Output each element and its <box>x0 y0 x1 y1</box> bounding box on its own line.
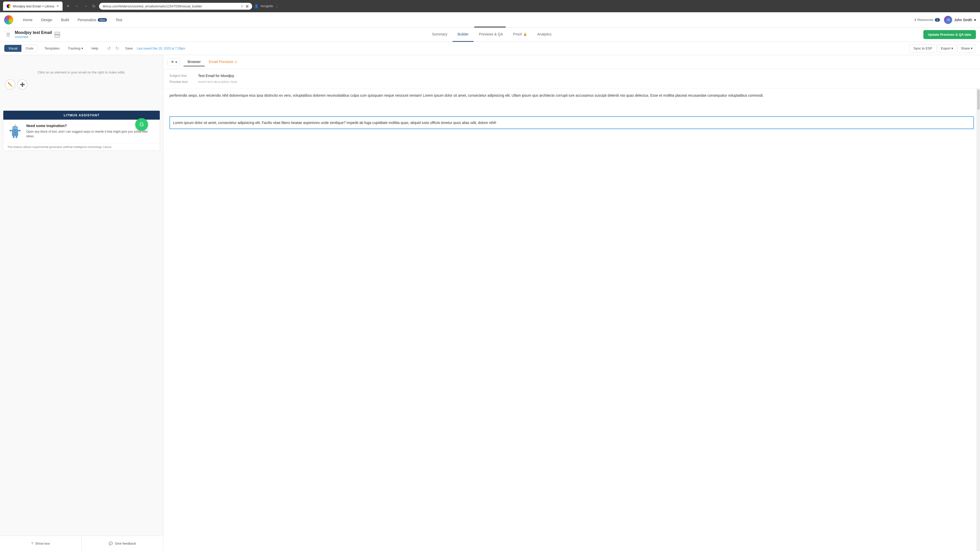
warning-icon: ⚠ <box>234 60 238 64</box>
subject-line-row: Subject line Test Email for Moodjoy <box>169 73 974 79</box>
right-scrollbar[interactable] <box>977 89 980 551</box>
litmus-assistant-bot[interactable]: G <box>135 118 148 131</box>
give-feedback-button[interactable]: 💬 Give feedback <box>82 536 163 551</box>
edit-icon-circle[interactable]: ✏️ <box>5 79 15 89</box>
add-icon-circle[interactable]: ➕ <box>18 79 27 89</box>
refresh-button[interactable]: ↻ <box>91 3 97 10</box>
last-saved-text: Last saved Dec 20, 2023 at 7:29pm <box>137 47 185 50</box>
svg-point-5 <box>16 128 17 129</box>
info-icon: ℹ <box>915 18 916 22</box>
templates-button[interactable]: Templates <box>41 45 63 52</box>
email-title-area: ☰ Moodjoy test Email Unsorted ••• <box>4 30 60 39</box>
nav-build[interactable]: Build <box>57 16 73 24</box>
tab-analytics[interactable]: Analytics <box>532 27 557 42</box>
assistant-footer: This feature utilizes experimental gener… <box>3 143 160 151</box>
tab-previews-qa[interactable]: Previews & QA <box>474 27 508 42</box>
show-tour-button[interactable]: ? Show tour <box>0 536 82 551</box>
browser-actions: 👤 Incognito ⋮ <box>254 4 279 8</box>
app-logo <box>4 15 13 24</box>
undo-redo: ↺ ↻ <box>105 44 121 52</box>
selected-email-block[interactable]: Lorem ipsum dolor sit amet, consectetur … <box>169 116 974 129</box>
share-button[interactable]: Share ▾ <box>958 44 976 52</box>
bottom-actions: ? Show tour 💬 Give feedback <box>0 536 163 551</box>
extension-icon: ⊞ <box>246 4 248 8</box>
save-button[interactable]: Save <box>122 45 136 52</box>
feedback-icon: 💬 <box>109 541 113 545</box>
user-menu[interactable]: JS John Smith ▾ <box>944 16 976 24</box>
svg-rect-10 <box>13 135 14 138</box>
nav-home[interactable]: Home <box>19 16 36 24</box>
redo-button[interactable]: ↻ <box>113 44 121 52</box>
tab-proof[interactable]: Proof 🔒 <box>508 27 532 42</box>
email-title: Moodjoy test Email <box>15 30 52 35</box>
panel-hint: Click on an element in your email on the… <box>0 55 163 79</box>
tracking-button[interactable]: Tracking ▾ <box>64 45 87 52</box>
back-button[interactable]: ← <box>73 3 80 10</box>
eye-icon: 👁 <box>171 60 174 64</box>
resources-label: Resources <box>918 18 933 22</box>
star-icon: ☆ <box>241 4 244 8</box>
svg-rect-8 <box>10 130 12 131</box>
browser-more-icon[interactable]: ⋮ <box>275 4 279 8</box>
tour-icon: ? <box>32 541 33 545</box>
tracking-chevron-icon: ▾ <box>81 46 83 50</box>
show-tour-label: Show tour <box>35 541 50 545</box>
header-right: ℹ Resources 1 JS John Smith ▾ <box>915 16 976 24</box>
incognito-label: Incognito <box>261 4 273 8</box>
main-nav: Home Design Build Personalize New Test <box>19 16 908 24</box>
help-button[interactable]: Help <box>88 45 102 52</box>
undo-button[interactable]: ↺ <box>105 44 113 52</box>
scroll-thumb[interactable] <box>977 89 980 110</box>
sidebar-toggle-button[interactable]: ☰ <box>4 31 12 38</box>
svg-point-7 <box>14 124 16 125</box>
profile-icon[interactable]: 👤 <box>254 4 259 8</box>
browser-chrome: Moodjoy test Email > Litmus ✕ + ← → ↻ li… <box>0 0 980 12</box>
address-text: litmus.com/folders/unsorted_emails/email… <box>103 4 239 8</box>
nav-design[interactable]: Design <box>38 16 56 24</box>
resources-button[interactable]: ℹ Resources 1 <box>915 18 940 22</box>
code-view-button[interactable]: Code <box>21 45 38 52</box>
subject-value: Test Email for Moodjoy <box>198 74 234 78</box>
address-bar[interactable]: litmus.com/folders/unsorted_emails/email… <box>99 3 252 10</box>
sync-to-esp-button[interactable]: Sync to ESP <box>909 44 937 52</box>
email-previews-tab[interactable]: Email Previews ⚠ <box>205 58 242 66</box>
more-options-button[interactable]: ••• <box>55 32 60 38</box>
browser-preview-tab[interactable]: Browser <box>183 58 205 66</box>
tab-favicon <box>6 4 11 8</box>
preview-tabs: Browser Email Previews ⚠ <box>183 58 242 66</box>
tracking-label: Tracking <box>68 46 80 50</box>
main-content: Click on an element in your email on the… <box>0 55 980 551</box>
share-label: Share <box>961 46 970 50</box>
svg-rect-1 <box>13 126 18 130</box>
eye-button[interactable]: 👁 ▾ <box>167 58 180 66</box>
update-previews-button[interactable]: Update Previews & QA tabs <box>923 30 976 39</box>
user-name: John Smith <box>954 18 972 22</box>
nav-personalize[interactable]: Personalize New <box>74 16 110 24</box>
preview-text-value[interactable]: Insert text description here. <box>198 80 238 84</box>
preview-text-row: Preview text Insert text description her… <box>169 79 974 85</box>
export-button[interactable]: Export ▾ <box>938 44 957 52</box>
unsorted-link[interactable]: Unsorted <box>15 35 52 39</box>
litmus-assistant-panel: LITMUS ASSISTANT <box>3 110 160 151</box>
tab-builder[interactable]: Builder <box>452 27 474 42</box>
resources-count: 1 <box>935 18 940 22</box>
app-header: Home Design Build Personalize New Test F… <box>0 12 980 27</box>
email-body: perferendis sequi, iure reiciendis nihil… <box>163 89 980 551</box>
tab-title: Moodjoy test Email > Litmus <box>13 4 54 8</box>
main-toolbar: ☰ Moodjoy test Email Unsorted ••• Summar… <box>0 27 980 42</box>
user-chevron-icon: ▾ <box>974 18 976 22</box>
tab-close-icon[interactable]: ✕ <box>56 4 59 8</box>
email-body-top-text: perferendis sequi, iure reiciendis nihil… <box>169 89 974 103</box>
lock-icon: 🔒 <box>523 32 527 36</box>
forward-button[interactable]: → <box>82 3 89 10</box>
browser-nav: ← → ↻ <box>73 3 97 10</box>
email-meta: Subject line Test Email for Moodjoy Prev… <box>163 69 980 89</box>
tab-summary[interactable]: Summary <box>427 27 452 42</box>
svg-rect-9 <box>18 130 21 131</box>
nav-test[interactable]: Test <box>112 16 126 24</box>
main-tabs: Summary Builder Previews & QA Proof 🔒 An… <box>60 27 923 42</box>
visual-view-button[interactable]: Visual <box>4 45 21 52</box>
assistant-header: LITMUS ASSISTANT <box>3 111 160 120</box>
new-tab-button[interactable]: + <box>65 3 72 10</box>
browser-tab[interactable]: Moodjoy test Email > Litmus ✕ <box>3 2 62 11</box>
